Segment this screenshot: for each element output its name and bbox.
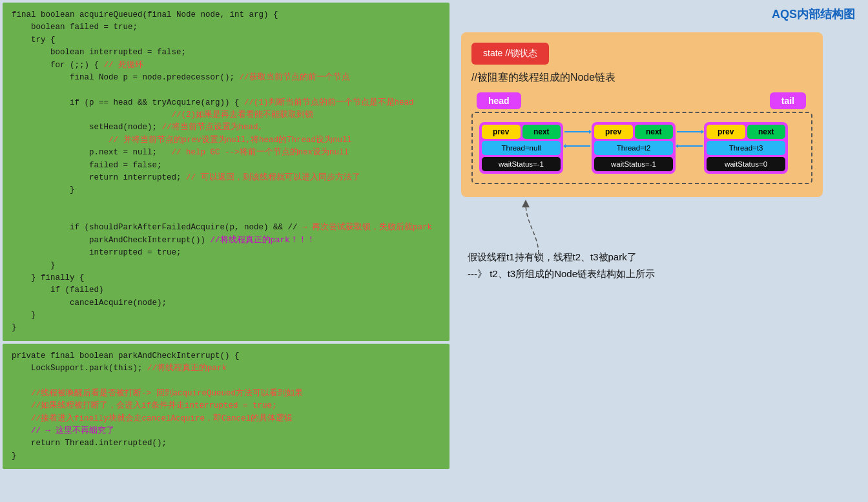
wait-2: waitStatus=-1 (594, 157, 673, 171)
prev-1: prev (482, 125, 521, 139)
prev-2: prev (594, 125, 633, 139)
code-line: for (;;) { // 死循环 (12, 59, 440, 72)
code-line: try { (12, 34, 440, 47)
main-container: final boolean acquireQueued(final Node n… (0, 0, 868, 502)
next-1: next (522, 125, 561, 139)
code-line: boolean failed = true; (12, 21, 440, 34)
code-line (12, 197, 440, 209)
next-3: next (747, 125, 786, 139)
code-line: if (p == head && tryAcquire(arg)) { //(1… (12, 97, 440, 109)
code-line: parkAndCheckInterrupt()) //将线程真正的park！！！ (12, 235, 440, 247)
head-label: head (477, 92, 521, 109)
diagram-panel: AQS内部结构图 state //锁状态 //被阻塞的线程组成的Node链表 h… (452, 0, 868, 502)
state-button: state //锁状态 (471, 43, 549, 65)
code-line: //(2)如果是再去看看能不能获取到锁 (12, 109, 440, 121)
node-card-2: prev next Thread=t2 waitStatus=-1 (592, 122, 676, 174)
svg-marker-7 (676, 144, 678, 148)
diagram-title: AQS内部结构图 (772, 6, 855, 22)
node-row-pn-3: prev next (707, 125, 785, 139)
code-line (12, 84, 440, 96)
node-1: prev next Thread=null waitStatus=-1 (479, 122, 563, 174)
wait-3: waitStatus=0 (707, 157, 785, 171)
code-line: return Thread.interrupted(); (12, 437, 440, 450)
node-2: prev next Thread=t2 waitStatus=-1 (592, 122, 676, 174)
svg-marker-3 (563, 144, 566, 148)
tail-label: tail (770, 92, 806, 109)
code-line: setHead(node); //将当前节点设置为head, (12, 121, 440, 134)
code-line: failed = false; (12, 160, 440, 172)
desc-line-1: 假设线程t1持有锁，线程t2、t3被park了 (468, 249, 859, 266)
code-panel: final boolean acquireQueued(final Node n… (0, 0, 452, 502)
code-line: //线程被唤醒后看是否被打断-> 回到acquireQueued方法可以看到如果 (12, 388, 440, 400)
code-line: } (12, 184, 440, 196)
chain-label: //被阻塞的线程组成的Node链表 (471, 71, 812, 85)
code-line (12, 209, 440, 222)
description: 假设线程t1持有锁，线程t2、t3被park了 ---》 t2、t3所组成的No… (468, 249, 859, 282)
code-line: p.next = null; // help GC -->将前一个节点的nex设… (12, 147, 440, 159)
code-block-2: private final boolean parkAndCheckInterr… (3, 344, 450, 469)
code-line: } (12, 260, 440, 272)
thread-3: Thread=t3 (707, 141, 785, 155)
code-line: final boolean acquireQueued(final Node n… (12, 9, 440, 21)
next-2: next (635, 125, 674, 139)
code-line: //如果线程被打断了，会进入if条件并走interrupted = true; (12, 400, 440, 412)
arrow-2-3 (676, 129, 704, 167)
code-line: interrupted = true; (12, 247, 440, 259)
code-line: } (12, 322, 440, 334)
code-line: boolean interrupted = false; (12, 47, 440, 59)
node-3: prev next Thread=t3 waitStatus=0 (704, 122, 788, 174)
code-line: } finally { (12, 272, 440, 284)
code-line: final Node p = node.predecessor(); //获取当… (12, 72, 440, 84)
node-card-1: prev next Thread=null waitStatus=-1 (479, 122, 563, 174)
code-line: } (12, 309, 440, 322)
code-line: private final boolean parkAndCheckInterr… (12, 350, 440, 362)
prev-3: prev (707, 125, 745, 139)
code-line: } (12, 450, 440, 463)
code-line: if (failed) (12, 284, 440, 297)
code-line: cancelAcquire(node); (12, 297, 440, 309)
code-line: return interrupted; // 可以返回，则该线程就可以进入同步方… (12, 172, 440, 184)
code-line: LockSupport.park(this); //将线程真正的park (12, 362, 440, 375)
code-line: //接着进入finally块就会走cancelAcquire，即Cancel的具… (12, 413, 440, 425)
arrow-1-2 (563, 129, 592, 167)
thread-2: Thread=t2 (594, 141, 673, 155)
code-line: if (shouldParkAfterFailedAcquire(p, node… (12, 222, 440, 234)
desc-line-2: ---》 t2、t3所组成的Node链表结构如上所示 (468, 266, 859, 282)
aqs-box: state //锁状态 //被阻塞的线程组成的Node链表 head tail … (461, 32, 823, 197)
code-line: // → 这里不再细究了 (12, 425, 440, 437)
code-line: // 并将当前节点的prev设置为null,将head的Thread设为null (12, 134, 440, 147)
code-block-1: final boolean acquireQueued(final Node n… (3, 3, 450, 341)
code-line (12, 375, 440, 388)
node-chain: prev next Thread=null waitStatus=-1 (471, 112, 812, 184)
node-row-pn-2: prev next (594, 125, 673, 139)
thread-1: Thread=null (482, 141, 561, 155)
node-row-pn-1: prev next (482, 125, 561, 139)
node-card-3: prev next Thread=t3 waitStatus=0 (704, 122, 788, 174)
wait-1: waitStatus=-1 (482, 157, 561, 171)
